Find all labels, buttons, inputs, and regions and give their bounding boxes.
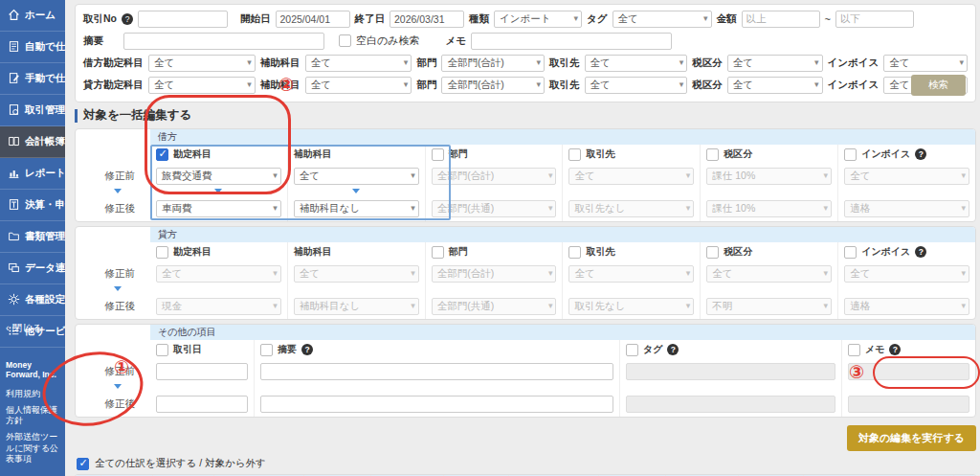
other-date-after-input[interactable] [156,396,248,413]
debit-dept-filter-label: 部門 [416,57,436,70]
credit-sub-before-select: 全て [294,265,419,283]
privacy-link[interactable]: 個人情報保護方針 [6,405,62,427]
sidebar-item-label: 自動で仕訳 [25,40,65,54]
other-date-before-input[interactable] [156,363,248,380]
debit-invoice-filter-select[interactable]: 全て [883,55,968,72]
search-filter-panel: 取引No ? 開始日 2025/04/01 終了日 2026/03/31 種類 … [75,4,976,102]
sidebar-item-transactions[interactable]: 取引管理 [0,95,65,126]
blank-only-label: 空白のみ検索 [356,34,420,48]
debit-account-filter-select[interactable]: 全て [148,55,256,72]
sidebar-item-manual-journal[interactable]: 手動で仕訳 [0,63,65,95]
after-label: 修正後 [76,196,150,221]
folder-icon [8,230,20,244]
other-desc-before-input[interactable] [260,363,613,380]
search-button[interactable]: 検索 [911,75,966,96]
debit-sub-before-select[interactable]: 全て [294,168,419,185]
external-tool-link[interactable]: 外部送信ツールに関する公表事項 [6,432,62,465]
other-desc-after-input[interactable] [260,396,613,413]
collapse-label: 閉じる [11,322,42,333]
end-date-input[interactable]: 2026/03/31 [390,11,464,28]
sidebar-collapse[interactable]: ‹ 閉じる [6,322,62,335]
arrow-down-icon [114,189,122,193]
select-all-checkbox[interactable] [77,458,89,470]
debit-account-checkbox[interactable] [156,148,168,161]
other-memo-after-input [848,396,969,413]
credit-account-checkbox[interactable] [156,246,168,259]
credit-client-filter-select[interactable]: 全て [585,77,688,94]
other-date-checkbox[interactable] [156,344,168,356]
credit-dept-checkbox[interactable] [432,246,444,259]
help-icon[interactable]: ? [667,344,679,355]
credit-invoice-before-select: 全て [844,265,969,283]
debit-sub-after-select[interactable]: 補助科目なし [294,200,419,217]
debit-client-checkbox[interactable] [568,148,581,161]
sidebar-item-label: データ連携 [25,261,65,275]
amount-min-input[interactable]: 以上 [742,11,820,28]
other-memo-checkbox[interactable] [848,344,860,356]
tag-select[interactable]: 全て [612,11,712,28]
after-label: 修正後 [76,392,150,417]
other-desc-checkbox[interactable] [260,344,273,356]
credit-sub-filter-label: 補助科目 [260,79,301,92]
credit-dept-filter-select[interactable]: 全部門(合計) [441,77,545,94]
credit-client-checkbox[interactable] [568,246,581,259]
execute-edit-button[interactable]: 対象の編集を実行する [847,425,976,451]
debit-dept-filter-select[interactable]: 全部門(合計) [441,55,545,72]
credit-sub-filter-select[interactable]: 全て [305,77,412,94]
sidebar-item-report[interactable]: レポート [0,158,65,190]
start-date-input[interactable]: 2025/04/01 [276,11,350,28]
tag-label: タグ [587,12,608,26]
debit-sub-filter-select[interactable]: 全て [305,55,412,72]
credit-account-after-select: 現金 [156,298,281,315]
debit-client-before-select: 全て [568,168,694,185]
desc-input[interactable] [123,33,324,50]
type-select[interactable]: インポート [494,11,582,28]
debit-account-after-select[interactable]: 車両費 [156,200,281,217]
credit-tax-before-select: 全て [706,265,832,283]
amount-max-input[interactable]: 以下 [835,11,914,28]
sidebar-item-data-link[interactable]: データ連携 [0,253,65,284]
sidebar-item-home[interactable]: ホーム [0,0,65,32]
help-icon[interactable]: ? [889,344,901,355]
other-tag-after-input [626,396,835,413]
start-date-label: 開始日 [240,12,271,26]
credit-invoice-checkbox[interactable] [844,246,857,259]
debit-tax-checkbox[interactable] [706,148,719,161]
after-label: 修正後 [76,294,150,319]
help-icon[interactable]: ? [122,13,133,25]
help-icon[interactable]: ? [301,344,313,355]
other-band-label: その他の項目 [150,325,975,340]
sidebar-item-auto-journal[interactable]: 自動で仕訳 [0,32,65,63]
debit-tax-filter-select[interactable]: 全て [727,55,823,72]
debit-account-filter-label: 借方勘定科目 [83,57,144,70]
other-tag-before-input [626,363,835,380]
sidebar-item-label: 手動で仕訳 [25,72,65,85]
desc-label: 摘要 [83,34,103,48]
help-icon[interactable]: ? [915,148,926,160]
credit-tax-checkbox[interactable] [706,246,719,259]
memo-input[interactable] [471,33,672,50]
debit-invoice-checkbox[interactable] [844,148,857,161]
credit-sub-after-select: 補助科目なし [294,298,419,315]
bulk-edit-title: 対象を一括編集する [75,107,976,124]
credit-account-filter-select[interactable]: 全て [148,77,256,94]
debit-invoice-filter-label: インボイス [828,57,880,70]
sidebar-item-settings[interactable]: 各種設定 [0,284,65,316]
credit-tax-filter-select[interactable]: 全て [727,77,823,94]
help-icon[interactable]: ? [915,246,926,258]
debit-account-before-select[interactable]: 旅費交通費 [156,168,281,185]
credit-client-after-select: 取引先なし [568,298,694,315]
other-tag-checkbox[interactable] [626,344,638,356]
sidebar-item-documents[interactable]: 書類管理 [0,221,65,253]
debit-client-filter-select[interactable]: 全て [585,55,688,72]
debit-sub-filter-label: 補助科目 [260,57,301,70]
sidebar-item-label: 書類管理 [25,230,65,243]
gear-icon [8,293,20,307]
terms-link[interactable]: 利用規約 [6,389,62,399]
txn-no-input[interactable] [138,11,228,28]
blank-only-checkbox[interactable] [339,34,351,47]
sidebar-item-ledger[interactable]: 会計帳簿 [0,126,65,158]
debit-dept-checkbox[interactable] [432,148,444,161]
bulk-edit-debit-block: 修正前 修正後 借方 勘定科目 旅費交通費 車両費 補助科目 全て 補助科目なし [75,128,976,222]
sidebar-item-tax-return[interactable]: 決算・申告 [0,190,65,221]
